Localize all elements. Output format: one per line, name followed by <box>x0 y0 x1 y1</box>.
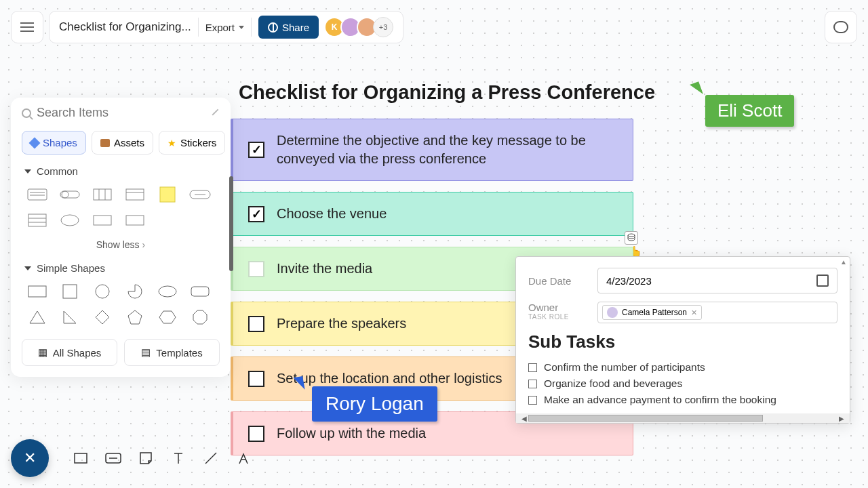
due-date-value: 4/23/2023 <box>606 275 652 287</box>
shape-diamond[interactable] <box>90 308 115 327</box>
horizontal-scrollbar[interactable]: ◀▶ <box>516 413 850 423</box>
checkbox[interactable] <box>248 261 264 277</box>
shape-window[interactable] <box>122 185 148 204</box>
owner-chip[interactable]: Camela Patterson ✕ <box>602 305 702 320</box>
data-badge-icon[interactable] <box>625 231 638 245</box>
shape-pill[interactable] <box>187 185 213 204</box>
svg-marker-30 <box>159 311 176 323</box>
svg-rect-17 <box>94 216 111 225</box>
subtask-item[interactable]: Make an advance payment to confirm the b… <box>528 392 837 408</box>
export-label: Export <box>205 22 235 33</box>
section-simple-shapes[interactable]: Simple Shapes <box>11 257 231 279</box>
shape-oval[interactable] <box>155 282 180 301</box>
shape-circle[interactable] <box>90 282 115 301</box>
all-shapes-button[interactable]: ▦All Shapes <box>22 339 117 366</box>
hamburger-icon <box>20 26 34 28</box>
top-toolbar: Checklist for Organizing... Export Share… <box>11 11 403 43</box>
title-and-actions-bar: Checklist for Organizing... Export Share… <box>49 11 403 43</box>
shape-octagon[interactable] <box>187 308 213 327</box>
section-common[interactable]: Common <box>11 160 231 182</box>
share-button[interactable]: Share <box>258 16 319 39</box>
subtask-item[interactable]: Organize food and beverages <box>528 375 837 392</box>
assets-icon <box>100 139 110 147</box>
globe-icon <box>268 22 278 33</box>
shape-right-triangle[interactable] <box>57 308 83 327</box>
close-panel-button[interactable]: ✕ <box>11 439 49 477</box>
calendar-icon[interactable] <box>816 274 829 287</box>
tool-rectangle[interactable] <box>71 448 91 468</box>
shape-triangle[interactable] <box>24 308 50 327</box>
shape-table[interactable] <box>24 211 50 230</box>
shape-square[interactable] <box>57 282 83 301</box>
checkbox[interactable]: ✓ <box>248 206 264 222</box>
tab-shapes[interactable]: Shapes <box>22 131 86 155</box>
pin-icon[interactable] <box>207 105 222 121</box>
svg-rect-13 <box>28 214 46 226</box>
avatar-more[interactable]: +3 <box>373 17 393 37</box>
tab-stickers[interactable]: ★Stickers <box>159 131 225 155</box>
tool-pen[interactable] <box>233 448 254 468</box>
templates-icon: ▤ <box>141 346 151 359</box>
show-less-button[interactable]: Show less› <box>11 232 231 257</box>
item-text: Prepare the speakers <box>277 314 406 333</box>
checkbox[interactable] <box>528 396 537 405</box>
export-button[interactable]: Export <box>205 22 244 33</box>
tool-text-box[interactable] <box>103 448 123 468</box>
avatar-icon <box>607 307 618 318</box>
checkbox[interactable] <box>248 371 264 387</box>
checkbox[interactable] <box>248 316 264 332</box>
shape-ellipse[interactable] <box>57 211 83 230</box>
task-detail-popup: ▲ Due Date 4/23/2023 Owner TASK ROLE Cam… <box>515 256 850 424</box>
owner-sublabel: TASK ROLE <box>528 313 588 321</box>
search-icon <box>22 108 31 118</box>
due-date-field[interactable]: 4/23/2023 <box>597 268 837 293</box>
collaborator-name: Rory Logan <box>312 386 437 422</box>
tool-line[interactable] <box>201 448 221 468</box>
shape-card[interactable] <box>122 211 148 230</box>
checkbox[interactable] <box>528 363 537 372</box>
subtask-item[interactable]: Confirm the number of participants <box>528 359 837 375</box>
collaborator-cursor-eli: Eli Scott <box>693 95 794 127</box>
collaborator-cursor-rory: Rory Logan <box>294 386 437 422</box>
svg-point-4 <box>62 191 68 198</box>
svg-rect-18 <box>126 216 144 225</box>
shape-rectangle[interactable] <box>24 282 50 301</box>
shape-grid[interactable] <box>90 185 115 204</box>
comments-button[interactable] <box>825 11 857 43</box>
checkbox[interactable] <box>528 380 537 388</box>
tool-sticky-note[interactable] <box>136 448 156 468</box>
board-title[interactable]: Checklist for Organizing a Press Confere… <box>239 81 655 104</box>
remove-owner-icon[interactable]: ✕ <box>691 308 697 317</box>
collapse-icon <box>24 169 31 174</box>
document-title[interactable]: Checklist for Organizing... <box>59 20 191 34</box>
shape-rect[interactable] <box>90 211 115 230</box>
shape-arc[interactable] <box>122 282 148 301</box>
hamburger-menu-button[interactable] <box>11 11 43 43</box>
scrollbar-thumb[interactable] <box>528 415 763 422</box>
shape-sticky[interactable] <box>155 185 180 204</box>
shape-pentagon[interactable] <box>122 308 148 327</box>
shape-rounded-rect[interactable] <box>187 282 213 301</box>
due-date-label: Due Date <box>528 275 588 287</box>
search-input[interactable] <box>37 106 203 120</box>
collaborator-avatars: K +3 <box>328 17 393 37</box>
item-text: Follow up with the media <box>277 424 426 443</box>
svg-rect-32 <box>75 453 87 463</box>
templates-button[interactable]: ▤Templates <box>124 339 220 366</box>
svg-point-16 <box>61 215 79 226</box>
shapes-panel: Shapes Assets ★Stickers Common Show less… <box>11 98 231 377</box>
tool-text[interactable] <box>168 448 189 468</box>
item-text: Invite the media <box>277 260 372 278</box>
tab-assets[interactable]: Assets <box>92 131 153 155</box>
svg-rect-3 <box>60 191 79 198</box>
checklist-item[interactable]: ✓ Determine the objective and the key me… <box>231 119 633 181</box>
caret-down-icon <box>239 26 244 29</box>
checklist-item[interactable]: ✓ Choose the venue 👆 <box>231 192 633 236</box>
scrollbar-thumb[interactable] <box>229 176 233 271</box>
shape-keyboard[interactable] <box>24 185 50 204</box>
scroll-up-icon[interactable]: ▲ <box>840 258 847 266</box>
shape-toggle[interactable] <box>57 185 83 204</box>
shape-hexagon[interactable] <box>155 308 180 327</box>
checkbox[interactable]: ✓ <box>248 142 264 158</box>
owner-field[interactable]: Camela Patterson ✕ <box>597 302 837 323</box>
